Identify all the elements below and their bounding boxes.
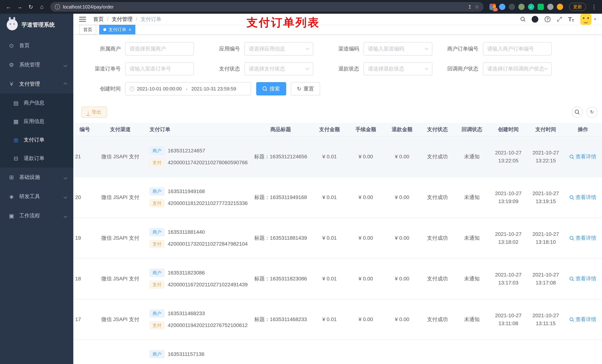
view-detail-link[interactable]: 查看详情 bbox=[570, 275, 596, 282]
extension-colorful-icon[interactable]: 10 bbox=[489, 4, 496, 10]
cell-id: 21 bbox=[73, 154, 96, 160]
bookmark-star-icon[interactable]: ☆ bbox=[475, 4, 479, 10]
pay-badge: 支付 bbox=[150, 281, 164, 289]
column-header: 支付渠道 bbox=[96, 126, 144, 133]
pay-status-select[interactable]: 请选择支付状态 bbox=[244, 62, 313, 75]
app-select[interactable]: 请选择应用信息 bbox=[244, 42, 313, 55]
channel-code-select[interactable]: 请输入渠道编码 bbox=[364, 42, 432, 55]
tags-view-bar: 首页 支付订单 × bbox=[73, 25, 602, 35]
extension-dark-icon[interactable] bbox=[509, 4, 515, 10]
browser-url-bar[interactable]: i localhost:1024/pay/order ↥ ☆ bbox=[50, 2, 484, 12]
url-text[interactable]: localhost:1024/pay/order bbox=[63, 4, 465, 10]
filter-label: 退款状态 bbox=[323, 65, 364, 72]
merchant-badge: 商户 bbox=[150, 187, 164, 195]
browser-update-button[interactable]: 更新 bbox=[569, 3, 586, 11]
active-dot bbox=[103, 28, 106, 31]
search-button[interactable]: 搜索 bbox=[256, 82, 286, 95]
site-info-icon[interactable]: i bbox=[55, 4, 60, 10]
breadcrumb-home[interactable]: 首页 bbox=[93, 16, 104, 23]
table-row: 商户 1635311157136 支付 bbox=[73, 340, 602, 364]
fullscreen-icon[interactable]: ⤢ bbox=[557, 16, 562, 23]
refresh-table-button[interactable]: ↻ bbox=[586, 106, 598, 118]
view-detail-link[interactable]: 查看详情 bbox=[570, 153, 596, 160]
view-detail-link[interactable]: 查看详情 bbox=[570, 235, 596, 241]
extension-check-icon[interactable]: ✓ bbox=[528, 4, 534, 10]
filter-label: 回调商户状态 bbox=[442, 65, 483, 72]
title-value: 1635312124656 bbox=[270, 154, 307, 159]
sidebar-item-dev-tools[interactable]: ◈ 研发工具 bbox=[0, 187, 73, 206]
navbar-actions: ? ⤢ TT ▾ bbox=[521, 14, 596, 25]
user-avatar[interactable] bbox=[580, 14, 591, 25]
cell-pay-channel: 微信 JSAPI 支付 bbox=[96, 235, 144, 241]
tag-home[interactable]: 首页 bbox=[79, 25, 96, 34]
cell-notify-status: 未通知 bbox=[455, 194, 489, 201]
column-header: 手续金额 bbox=[348, 126, 384, 133]
cell-pay-channel: 微信 JSAPI 支付 bbox=[96, 153, 144, 160]
cell-pay-time: 2021-10-2713:11:15 bbox=[527, 312, 564, 328]
view-detail-link[interactable]: 查看详情 bbox=[570, 194, 596, 201]
sidebar-item-refund-order[interactable]: ⊟ 退款订单 bbox=[0, 149, 73, 167]
table-row: 18 微信 JSAPI 支付 商户 1635311823086 支付 42000… bbox=[73, 259, 602, 299]
merchant-order-no-input[interactable]: 请输入商户订单编号 bbox=[483, 42, 552, 55]
merchant-input[interactable]: 请选择所属商户 bbox=[125, 42, 194, 55]
chevron-down-icon bbox=[306, 66, 309, 70]
card-icon: ▤ bbox=[13, 100, 19, 106]
font-size-icon[interactable]: TT bbox=[568, 16, 574, 23]
cell-refund-amount: ¥ 0.00 bbox=[384, 276, 420, 282]
dashboard-icon: ⊙ bbox=[8, 42, 15, 49]
app-title: 芋道管理系统 bbox=[22, 21, 55, 29]
extensions-puzzle-icon[interactable] bbox=[547, 4, 553, 10]
date-start-value[interactable]: 2021-10-01 00:00:00 bbox=[137, 86, 182, 92]
sidebar-item-pay-order[interactable]: ◎ 支付订单 bbox=[0, 131, 73, 149]
reset-button[interactable]: ↻ 重置 bbox=[291, 82, 320, 95]
sidebar-item-merchant-info[interactable]: ▤ 商户信息 bbox=[0, 94, 73, 112]
github-icon[interactable] bbox=[532, 16, 538, 22]
browser-home-icon[interactable]: ⌂ bbox=[37, 2, 47, 12]
browser-back-icon[interactable]: ← bbox=[4, 2, 13, 12]
placeholder-text: 请输入渠道编码 bbox=[368, 45, 425, 52]
channel-order-no-input[interactable]: 请输入渠道订单号 bbox=[125, 62, 194, 75]
create-time-range-picker[interactable]: 2021-10-01 00:00:00 - 2021-10-31 23:59:5… bbox=[125, 82, 251, 95]
placeholder-text: 请输入渠道订单号 bbox=[129, 65, 190, 72]
profile-emoji-icon[interactable] bbox=[557, 4, 563, 10]
share-icon[interactable]: ↥ bbox=[468, 4, 472, 10]
avatar-caret-icon[interactable]: ▾ bbox=[594, 17, 596, 22]
browser-menu-icon[interactable]: ⋮ bbox=[590, 4, 598, 10]
cell-pay-amount: ¥ 0.01 bbox=[311, 316, 348, 322]
close-icon[interactable]: × bbox=[129, 27, 131, 32]
toggle-search-button[interactable] bbox=[572, 106, 583, 118]
extension-chat-icon[interactable] bbox=[538, 4, 544, 10]
breadcrumb: 首页 / 支付管理 / 支付订单 bbox=[93, 16, 161, 23]
browser-forward-icon[interactable]: → bbox=[15, 2, 24, 12]
breadcrumb-pay[interactable]: 支付管理 bbox=[112, 16, 133, 23]
column-header: 回调状态 bbox=[455, 126, 489, 133]
magnifier-icon bbox=[570, 277, 574, 281]
browser-reload-icon[interactable]: ↻ bbox=[26, 2, 35, 12]
help-icon[interactable]: ? bbox=[545, 16, 550, 22]
cell-fee-amount: ¥ 0.00 bbox=[348, 276, 384, 282]
cell-product-title: 标题：1635311468233 bbox=[250, 316, 311, 323]
merchant-badge: 商户 bbox=[150, 350, 164, 358]
cell-refund-amount: ¥ 0.00 bbox=[384, 316, 420, 322]
extension-blue-icon[interactable] bbox=[499, 4, 505, 10]
view-detail-link[interactable]: 查看详情 bbox=[570, 316, 596, 323]
tag-pay-order[interactable]: 支付订单 × bbox=[99, 25, 135, 34]
top-navbar: 首页 / 支付管理 / 支付订单 支付订单列表 ? ⤢ TT ▾ bbox=[73, 14, 602, 25]
sidebar-item-home[interactable]: ⊙ 首页 bbox=[0, 36, 73, 55]
cell-create-time: 2021-10-2713:19:09 bbox=[489, 189, 527, 206]
date-end-value[interactable]: 2021-10-31 23:59:59 bbox=[191, 86, 236, 92]
sidebar-item-pay[interactable]: ¥ 支付管理 bbox=[0, 74, 73, 94]
refund-status-select[interactable]: 请选择退款状态 bbox=[364, 62, 432, 75]
reset-button-label: 重置 bbox=[303, 85, 314, 92]
sidebar-item-workflow[interactable]: ▣ 工作流程 bbox=[0, 206, 73, 225]
sidebar-item-app-info[interactable]: ▦ 应用信息 bbox=[0, 112, 73, 131]
hamburger-icon[interactable] bbox=[79, 17, 86, 22]
app-logo: 芋道管理系统 bbox=[0, 14, 73, 36]
column-header: 操作 bbox=[564, 126, 602, 133]
extension-green-gray-icon[interactable] bbox=[518, 4, 525, 10]
sidebar-item-system[interactable]: ⚙ 系统管理 bbox=[0, 55, 73, 74]
notify-status-select[interactable]: 请选择订单回调商户状态 bbox=[483, 62, 552, 75]
search-icon[interactable] bbox=[521, 17, 525, 22]
export-button[interactable]: ↓ 导出 bbox=[81, 106, 107, 118]
sidebar-item-infrastructure[interactable]: ⊞ 基础设施 bbox=[0, 167, 73, 187]
